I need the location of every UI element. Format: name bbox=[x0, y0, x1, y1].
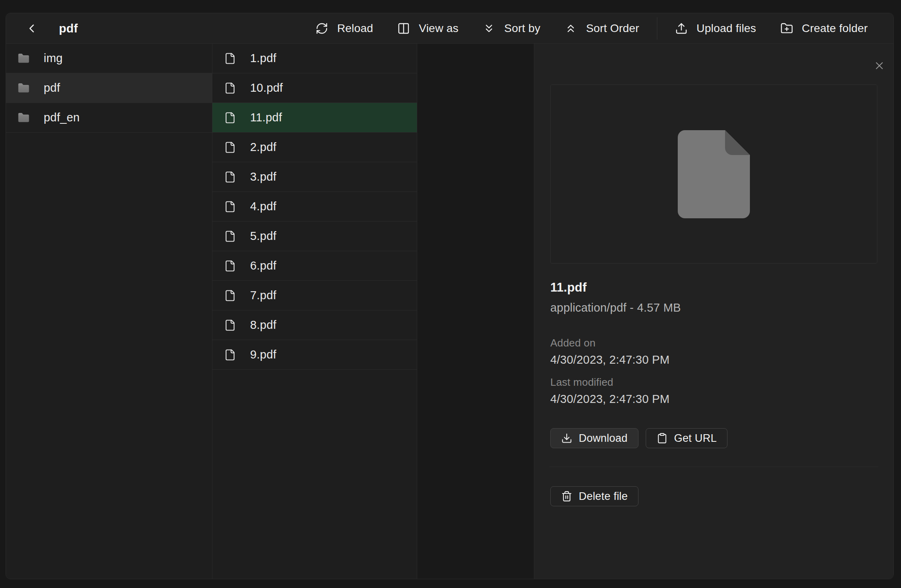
folder-name: pdf bbox=[44, 81, 60, 95]
panel-divider bbox=[549, 467, 878, 467]
file-row-7.pdf[interactable]: 7.pdf bbox=[212, 281, 417, 310]
last-modified-value: 4/30/2023, 2:47:30 PM bbox=[550, 393, 877, 406]
chevrons-up-icon bbox=[564, 22, 577, 35]
file-row-6.pdf[interactable]: 6.pdf bbox=[212, 251, 417, 281]
file-name: 5.pdf bbox=[250, 230, 277, 243]
preview-file-meta: application/pdf - 4.57 MB bbox=[550, 301, 877, 314]
breadcrumb-title: pdf bbox=[59, 22, 78, 35]
upload-icon bbox=[675, 22, 688, 35]
view-as-label: View as bbox=[419, 22, 459, 35]
delete-file-button[interactable]: Delete file bbox=[550, 486, 638, 506]
folder-row-pdf_en[interactable]: pdf_en bbox=[6, 103, 212, 133]
document-icon bbox=[678, 130, 750, 218]
empty-column bbox=[417, 44, 534, 579]
file-icon bbox=[222, 171, 238, 183]
folder-row-img[interactable]: img bbox=[6, 44, 212, 73]
folder-name: pdf_en bbox=[44, 111, 80, 124]
file-icon bbox=[222, 260, 238, 272]
delete-file-label: Delete file bbox=[579, 490, 628, 503]
close-preview-button[interactable] bbox=[871, 57, 888, 75]
file-name: 7.pdf bbox=[250, 289, 277, 302]
file-row-2.pdf[interactable]: 2.pdf bbox=[212, 133, 417, 162]
get-url-label: Get URL bbox=[674, 432, 717, 445]
folder-row-pdf[interactable]: pdf bbox=[6, 73, 212, 103]
clipboard-icon bbox=[657, 433, 668, 444]
file-name: 1.pdf bbox=[250, 52, 277, 65]
sort-by-label: Sort by bbox=[504, 22, 540, 35]
file-name: 2.pdf bbox=[250, 141, 277, 154]
file-row-3.pdf[interactable]: 3.pdf bbox=[212, 162, 417, 192]
preview-panel: 11.pdf application/pdf - 4.57 MB Added o… bbox=[534, 44, 893, 579]
file-row-5.pdf[interactable]: 5.pdf bbox=[212, 222, 417, 251]
file-name: 10.pdf bbox=[250, 81, 283, 95]
file-name: 6.pdf bbox=[250, 259, 277, 272]
file-column: 1.pdf 10.pdf 11.pdf 2.pdf 3.pdf 4.pdf 5.… bbox=[212, 44, 417, 579]
file-row-1.pdf[interactable]: 1.pdf bbox=[212, 44, 417, 73]
toolbar: pdf Reload View as Sort by bbox=[6, 13, 893, 44]
upload-files-label: Upload files bbox=[697, 22, 756, 35]
toolbar-divider bbox=[657, 17, 657, 40]
danger-actions: Delete file bbox=[550, 486, 877, 506]
trash-icon bbox=[561, 491, 572, 502]
back-button[interactable] bbox=[22, 19, 41, 38]
file-row-4.pdf[interactable]: 4.pdf bbox=[212, 192, 417, 222]
chevrons-down-icon bbox=[483, 22, 495, 35]
file-icon bbox=[222, 348, 238, 361]
create-folder-label: Create folder bbox=[802, 22, 868, 35]
folder-icon bbox=[16, 82, 32, 95]
file-row-10.pdf[interactable]: 10.pdf bbox=[212, 73, 417, 103]
file-name: 3.pdf bbox=[250, 170, 277, 183]
folder-icon bbox=[16, 52, 32, 65]
get-url-button[interactable]: Get URL bbox=[646, 428, 727, 448]
folder-icon bbox=[16, 111, 32, 124]
columns-layout-icon bbox=[397, 22, 410, 35]
file-name: 11.pdf bbox=[250, 111, 282, 124]
chevron-left-icon bbox=[25, 22, 38, 35]
view-as-button[interactable]: View as bbox=[385, 17, 471, 40]
download-label: Download bbox=[579, 432, 628, 445]
file-name: 4.pdf bbox=[250, 200, 277, 213]
file-icon bbox=[222, 52, 238, 65]
preview-actions: Download Get URL bbox=[550, 428, 877, 448]
create-folder-button[interactable]: Create folder bbox=[768, 17, 880, 40]
refresh-icon bbox=[315, 22, 328, 35]
last-modified-label: Last modified bbox=[550, 376, 877, 389]
added-on-value: 4/30/2023, 2:47:30 PM bbox=[550, 353, 877, 366]
folder-column: img pdf bbox=[6, 44, 212, 579]
sort-order-label: Sort Order bbox=[586, 22, 639, 35]
folder-name: img bbox=[44, 52, 63, 65]
reload-label: Reload bbox=[337, 22, 373, 35]
file-preview-thumbnail bbox=[550, 85, 877, 264]
toolbar-actions: Reload View as Sort by Sort Order bbox=[303, 17, 880, 40]
file-row-8.pdf[interactable]: 8.pdf bbox=[212, 310, 417, 340]
explorer-columns: img pdf bbox=[6, 44, 893, 579]
file-row-9.pdf[interactable]: 9.pdf bbox=[212, 340, 417, 370]
close-icon bbox=[873, 60, 885, 72]
storage-explorer-window: pdf Reload View as Sort by bbox=[6, 13, 894, 579]
file-icon bbox=[222, 289, 238, 302]
file-icon bbox=[222, 82, 238, 95]
download-button[interactable]: Download bbox=[550, 428, 638, 448]
added-on-label: Added on bbox=[550, 337, 877, 349]
sort-by-button[interactable]: Sort by bbox=[471, 17, 552, 40]
file-icon bbox=[222, 230, 238, 243]
file-icon bbox=[222, 319, 238, 332]
preview-file-name: 11.pdf bbox=[550, 280, 877, 295]
file-icon bbox=[222, 111, 238, 124]
file-icon bbox=[222, 200, 238, 213]
upload-files-button[interactable]: Upload files bbox=[663, 17, 768, 40]
file-name: 8.pdf bbox=[250, 318, 277, 332]
file-name: 9.pdf bbox=[250, 348, 277, 361]
sort-order-button[interactable]: Sort Order bbox=[552, 17, 651, 40]
reload-button[interactable]: Reload bbox=[303, 17, 385, 40]
file-row-11.pdf[interactable]: 11.pdf bbox=[212, 103, 417, 133]
folder-plus-icon bbox=[780, 22, 793, 35]
download-icon bbox=[561, 433, 572, 444]
file-icon bbox=[222, 141, 238, 154]
